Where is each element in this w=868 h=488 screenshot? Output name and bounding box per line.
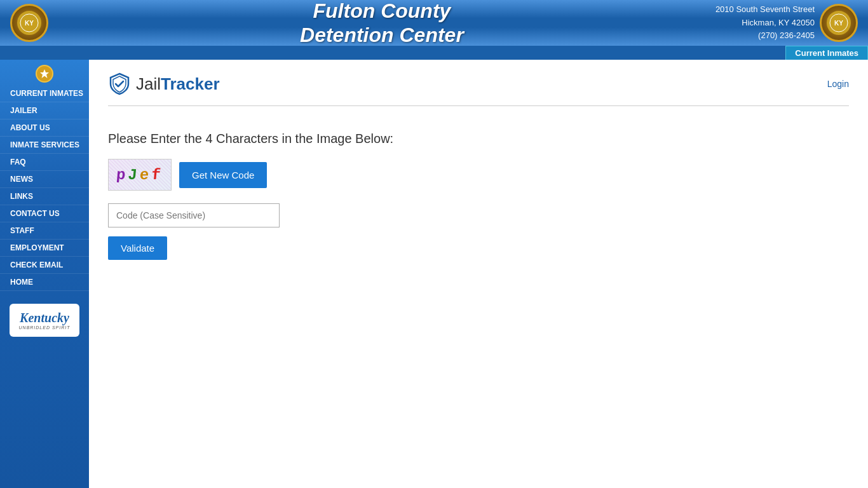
header-title: Fulton County Detention Center (48, 0, 715, 47)
captcha-text: pJef (116, 166, 164, 184)
sidebar-item-links[interactable]: LINKS (0, 188, 89, 205)
sidebar: CURRENT INMATES JAILER ABOUT US INMATE S… (0, 60, 89, 488)
captcha-image: pJef (108, 159, 172, 191)
jailtracker-header: JailTracker Login (108, 72, 849, 106)
svg-text:KY: KY (834, 20, 843, 27)
main-layout: CURRENT INMATES JAILER ABOUT US INMATE S… (0, 60, 868, 488)
sidebar-item-staff[interactable]: STAFF (0, 222, 89, 240)
sidebar-badge-icon (36, 65, 53, 83)
subheader: Current Inmates (0, 46, 868, 60)
code-input[interactable] (108, 203, 280, 227)
svg-text:KY: KY (25, 20, 34, 27)
get-new-code-button[interactable]: Get New Code (179, 162, 267, 188)
header-left: KY (10, 4, 48, 42)
captcha-row: pJef Get New Code (108, 159, 849, 191)
sidebar-icon-area (0, 60, 89, 85)
validate-button[interactable]: Validate (108, 236, 167, 260)
sidebar-item-contact-us[interactable]: CONTACT US (0, 205, 89, 222)
sidebar-nav: CURRENT INMATES JAILER ABOUT US INMATE S… (0, 85, 89, 291)
header-center: Fulton County Detention Center (48, 0, 715, 47)
current-inmates-badge[interactable]: Current Inmates (785, 46, 868, 60)
jailtracker-shield-icon (108, 72, 131, 95)
main-content: JailTracker Login Please Enter the 4 Cha… (89, 60, 868, 488)
sidebar-item-employment[interactable]: EMPLOYMENT (0, 240, 89, 257)
sidebar-item-jailer[interactable]: JAILER (0, 102, 89, 119)
captcha-prompt: Please Enter the 4 Characters in the Ima… (108, 132, 849, 146)
sidebar-item-home[interactable]: HOME (0, 274, 89, 291)
seal-right: KY (820, 4, 858, 42)
sidebar-item-about-us[interactable]: ABOUT US (0, 119, 89, 137)
sidebar-item-news[interactable]: NEWS (0, 171, 89, 188)
jailtracker-logo: JailTracker (108, 72, 220, 95)
page-header: KY Fulton County Detention Center 2010 S… (0, 0, 868, 46)
kentucky-logo: Kentucky UNBRIDLED SPIRIT (10, 304, 79, 337)
jailtracker-logo-text: JailTracker (136, 74, 220, 94)
sidebar-item-current-inmates[interactable]: CURRENT INMATES (0, 85, 89, 102)
sidebar-item-inmate-services[interactable]: INMATE SERVICES (0, 137, 89, 154)
svg-marker-6 (40, 69, 49, 78)
login-link[interactable]: Login (827, 79, 849, 89)
sidebar-item-faq[interactable]: FAQ (0, 154, 89, 171)
captcha-section: Please Enter the 4 Characters in the Ima… (108, 125, 849, 266)
seal-left: KY (10, 4, 48, 42)
header-address: 2010 South Seventh Street Hickman, KY 42… (715, 3, 815, 43)
sidebar-item-check-email[interactable]: CHECK EMAIL (0, 257, 89, 274)
